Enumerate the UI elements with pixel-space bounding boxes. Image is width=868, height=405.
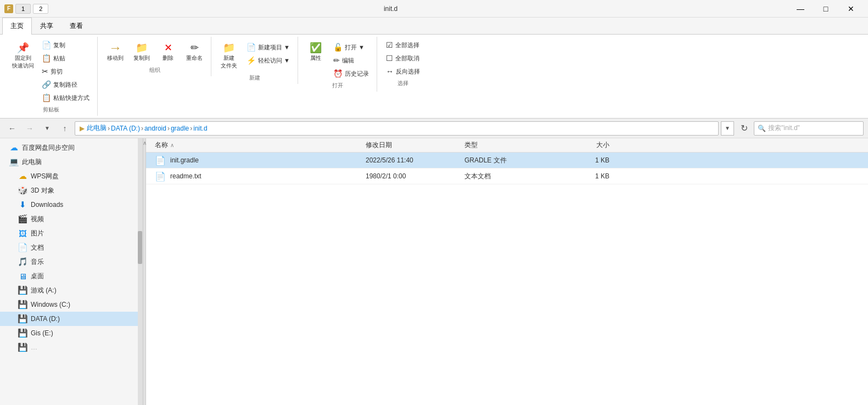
- easy-access-label: 轻松访问 ▼: [258, 57, 290, 65]
- sidebar-item-picture[interactable]: 🖼 图片: [0, 226, 142, 240]
- close-button[interactable]: ✕: [838, 0, 864, 18]
- sidebar-item-video[interactable]: 🎬 视频: [0, 212, 142, 226]
- address-dropdown-button[interactable]: ▼: [721, 121, 734, 136]
- paste-shortcut-button[interactable]: 📋 粘贴快捷方式: [38, 92, 93, 104]
- new-folder-button[interactable]: 📁 新建文件夹: [217, 39, 241, 72]
- sidebar-label-desktop: 桌面: [31, 272, 44, 281]
- file-column-header: 名称 ∧ 修改日期 类型 大小: [146, 138, 868, 153]
- baidu-icon: ☁: [9, 143, 19, 153]
- copy-button[interactable]: 📄 复制: [38, 39, 93, 51]
- ribbon-tab-share[interactable]: 共享: [32, 18, 61, 34]
- search-field[interactable]: 🔍 搜索"init.d": [754, 121, 864, 136]
- invert-selection-button[interactable]: ↔ 反向选择: [383, 65, 423, 77]
- move-to-button[interactable]: → 移动到: [103, 39, 127, 64]
- invert-label: 反向选择: [396, 68, 420, 76]
- col-header-date[interactable]: 修改日期: [366, 140, 464, 150]
- path-sep-4: ›: [190, 125, 192, 132]
- sidebar-item-winC[interactable]: 💾 Windows (C:): [0, 297, 142, 312]
- copy-label: 复制: [53, 41, 65, 49]
- col-header-size[interactable]: 大小: [563, 140, 618, 150]
- file-row-readme[interactable]: 📄 readme.txt 1980/2/1 0:00 文本文档 1 KB: [146, 168, 868, 184]
- file-row-initgradle[interactable]: 📄 init.gradle 2022/5/26 11:40 GRADLE 文件 …: [146, 153, 868, 168]
- sidebar-item-docs[interactable]: 📄 文档: [0, 240, 142, 255]
- path-part-thispc[interactable]: 此电脑: [87, 123, 107, 133]
- sidebar-item-baidu[interactable]: ☁ 百度网盘同步空间: [0, 140, 142, 155]
- clipboard-label: 剪贴板: [43, 106, 59, 114]
- file-type-initgradle: GRADLE 文件: [464, 156, 563, 165]
- sidebar-item-thispc[interactable]: 💻 此电脑: [0, 155, 142, 169]
- refresh-button[interactable]: ↻: [736, 121, 752, 136]
- desktop-icon: 🖥: [18, 271, 27, 281]
- open-button[interactable]: 🔓 打开 ▼: [330, 41, 372, 53]
- open-label: 打开: [332, 82, 343, 89]
- properties-label: 属性: [310, 54, 321, 62]
- cut-button[interactable]: ✂ 剪切: [38, 65, 93, 77]
- cut-label: 剪切: [51, 68, 63, 76]
- copy-path-icon: 🔗: [42, 80, 51, 89]
- copy-path-button[interactable]: 🔗 复制路径: [38, 78, 93, 91]
- easy-access-icon: ⚡: [247, 56, 256, 65]
- col-header-type[interactable]: 类型: [464, 140, 563, 150]
- sort-icon: ∧: [170, 142, 174, 148]
- sidebar-item-desktop[interactable]: 🖥 桌面: [0, 269, 142, 283]
- path-part-gradle[interactable]: gradle: [171, 125, 189, 132]
- wps-icon: ☁: [18, 171, 27, 181]
- ribbon-tab-view[interactable]: 查看: [61, 18, 91, 34]
- select-all-button[interactable]: ☑ 全部选择: [383, 39, 423, 51]
- sidebar-scrollbar-thumb[interactable]: [138, 231, 142, 264]
- copy-to-icon: 📁: [135, 41, 148, 54]
- sidebar-item-gisE[interactable]: 💾 Gis (E:): [0, 326, 142, 340]
- file-size-initgradle: 1 KB: [563, 156, 618, 164]
- col-header-name[interactable]: 名称 ∧: [146, 140, 366, 150]
- minimize-button[interactable]: —: [788, 0, 813, 18]
- paste-button[interactable]: 📋 粘贴: [38, 52, 93, 64]
- rename-button[interactable]: ✏ 重命名: [182, 39, 206, 64]
- sidebar-label-winC: Windows (C:): [31, 301, 70, 308]
- recent-locations-button[interactable]: ▼: [40, 121, 55, 136]
- properties-button[interactable]: ✅ 属性: [304, 39, 328, 64]
- sidebar-item-dataD[interactable]: 💾 DATA (D:): [0, 312, 142, 326]
- delete-button[interactable]: ✕ 删除: [156, 39, 180, 64]
- history-button[interactable]: ⏰ 历史记录: [330, 68, 372, 80]
- new-item-button[interactable]: 📄 新建项目 ▼: [243, 41, 293, 53]
- ribbon-tab-home[interactable]: 主页: [2, 18, 32, 35]
- pin-label: 固定到快速访问: [12, 54, 34, 70]
- gisE-icon: 💾: [18, 328, 27, 338]
- downloads-icon: ⬇: [18, 200, 27, 210]
- maximize-button[interactable]: □: [813, 0, 838, 18]
- copy-to-label: 复制到: [133, 54, 150, 62]
- sidebar-label-video: 视频: [31, 215, 44, 224]
- dataD-icon: 💾: [18, 314, 27, 324]
- paste-shortcut-label: 粘贴快捷方式: [53, 94, 89, 102]
- pin-quick-access-button[interactable]: 📌 固定到快速访问: [9, 39, 37, 104]
- sidebar-item-3d[interactable]: 🎲 3D 对象: [0, 183, 142, 198]
- file-date-readme: 1980/2/1 0:00: [366, 172, 464, 180]
- sidebar-item-gameA[interactable]: 💾 游戏 (A:): [0, 283, 142, 297]
- sidebar-item-more[interactable]: 💾 …: [0, 340, 142, 355]
- path-part-initd[interactable]: init.d: [193, 125, 207, 132]
- history-label: 历史记录: [345, 70, 369, 78]
- sidebar-label-downloads: Downloads: [31, 201, 63, 209]
- edit-button[interactable]: ✏ 编辑: [330, 54, 372, 66]
- easy-access-button[interactable]: ⚡ 轻松访问 ▼: [243, 54, 293, 66]
- path-part-android[interactable]: android: [144, 125, 166, 132]
- deselect-all-button[interactable]: ☐ 全部取消: [383, 52, 423, 64]
- sidebar-scrollbar[interactable]: [138, 138, 142, 405]
- organize-label: 组织: [149, 66, 160, 74]
- gameA-icon: 💾: [18, 285, 27, 295]
- copy-to-button[interactable]: 📁 复制到: [130, 39, 154, 64]
- forward-button[interactable]: →: [22, 121, 37, 136]
- file-date-initgradle: 2022/5/26 11:40: [366, 156, 464, 164]
- file-type-readme: 文本文档: [464, 172, 563, 181]
- sidebar-item-wps[interactable]: ☁ WPS网盘: [0, 169, 142, 183]
- back-button[interactable]: ←: [4, 121, 20, 136]
- path-part-data[interactable]: DATA (D:): [111, 125, 140, 132]
- search-placeholder: 搜索"init.d": [768, 123, 800, 133]
- thispc-icon: 💻: [9, 157, 19, 167]
- address-field[interactable]: ▶ 此电脑 › DATA (D:) › android › gradle › i…: [75, 121, 719, 136]
- sidebar-label-gameA: 游戏 (A:): [31, 286, 57, 295]
- sidebar-item-downloads[interactable]: ⬇ Downloads: [0, 198, 142, 212]
- up-button[interactable]: ↑: [57, 121, 72, 136]
- delete-icon: ✕: [161, 41, 175, 54]
- sidebar-item-music[interactable]: 🎵 音乐: [0, 255, 142, 269]
